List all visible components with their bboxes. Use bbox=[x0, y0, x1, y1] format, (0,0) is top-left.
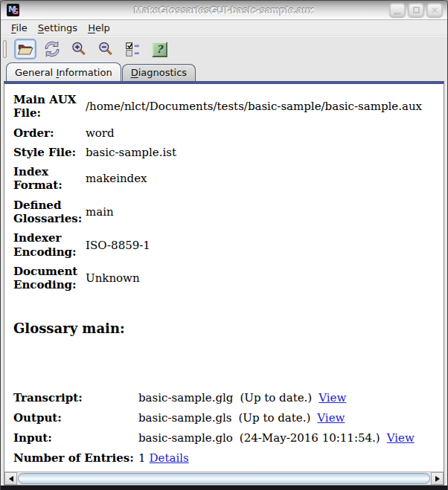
file-label: Transcript: bbox=[13, 391, 138, 404]
file-name: basic-sample.glg bbox=[138, 391, 233, 404]
file-label: Input: bbox=[13, 431, 138, 445]
field-value: ISO-8859-1 bbox=[86, 239, 438, 252]
scroll-thumb[interactable] bbox=[18, 473, 430, 484]
glossary-main-heading: Glossary main: bbox=[13, 320, 438, 336]
scroll-left-button[interactable] bbox=[4, 472, 17, 485]
zoom-out-button[interactable] bbox=[95, 39, 117, 59]
file-status: (24-May-2016 10:11:54.) bbox=[240, 431, 380, 445]
file-label: Output: bbox=[13, 411, 138, 425]
info-row-main-aux-file: Main AUX File: /home/nlct/Documents/test… bbox=[13, 93, 438, 120]
view-input-link[interactable]: View bbox=[387, 431, 415, 445]
info-row-document-encoding: Document Encoding: Unknown bbox=[13, 265, 438, 292]
menu-settings[interactable]: Settings bbox=[33, 22, 82, 34]
help-button[interactable]: ? bbox=[148, 39, 170, 59]
scroll-right-button[interactable] bbox=[431, 472, 444, 485]
field-value: basic-sample.ist bbox=[86, 146, 438, 159]
reload-button[interactable] bbox=[41, 39, 63, 59]
menu-bar: File Settings Help bbox=[1, 20, 447, 36]
file-row-transcript: Transcript: basic-sample.glg(Up to date.… bbox=[13, 391, 438, 404]
file-status: (Up to date.) bbox=[239, 411, 311, 425]
maximize-button[interactable] bbox=[408, 3, 424, 17]
field-label: Document Encoding: bbox=[13, 265, 86, 292]
window-title: MakeGlossariesGUI-basic-sample.aux bbox=[1, 4, 447, 16]
arrow-left-icon bbox=[9, 476, 13, 482]
menu-help[interactable]: Help bbox=[83, 22, 115, 34]
field-value: makeindex bbox=[86, 172, 438, 185]
info-row-defined-glossaries: Defined Glossaries: main bbox=[13, 199, 438, 226]
general-information-panel: Main AUX File: /home/nlct/Documents/test… bbox=[4, 81, 444, 486]
view-transcript-link[interactable]: View bbox=[319, 391, 346, 404]
file-value: basic-sample.gls(Up to date.)View bbox=[138, 411, 438, 425]
info-row-indexer-encoding: Indexer Encoding: ISO-8859-1 bbox=[13, 231, 438, 259]
maximize-icon bbox=[413, 7, 420, 13]
field-label: Index Format: bbox=[13, 165, 86, 193]
field-label: Style File: bbox=[13, 146, 86, 159]
entries-value: 1Details bbox=[138, 451, 438, 465]
view-output-link[interactable]: View bbox=[317, 411, 345, 425]
app-icon-letter-g: G bbox=[12, 7, 19, 16]
tab-general-information[interactable]: General Information bbox=[6, 62, 121, 81]
window-controls: ✕ bbox=[389, 3, 447, 17]
zoom-out-icon bbox=[97, 41, 114, 57]
title-bar[interactable]: M G MakeGlossariesGUI-basic-sample.aux ✕ bbox=[1, 1, 447, 20]
info-row-order: Order: word bbox=[13, 126, 438, 140]
close-icon: ✕ bbox=[431, 6, 438, 15]
menu-file[interactable]: File bbox=[7, 22, 32, 34]
settings-button[interactable] bbox=[121, 39, 144, 59]
minimize-icon bbox=[394, 13, 401, 15]
reload-icon bbox=[44, 41, 60, 57]
app-icon[interactable]: M G bbox=[7, 4, 19, 16]
app-window: M G MakeGlossariesGUI-basic-sample.aux ✕… bbox=[0, 0, 448, 490]
info-row-style-file: Style File: basic-sample.ist bbox=[13, 146, 438, 159]
field-value: main bbox=[86, 205, 438, 219]
open-file-icon bbox=[17, 42, 33, 57]
field-label: Main AUX File: bbox=[13, 93, 86, 120]
horizontal-scrollbar bbox=[4, 471, 444, 485]
settings-icon bbox=[124, 41, 141, 57]
file-row-output: Output: basic-sample.gls(Up to date.)Vie… bbox=[13, 411, 438, 425]
scroll-track[interactable] bbox=[17, 472, 431, 485]
tab-bar: General Information Diagnostics bbox=[1, 62, 447, 81]
minimize-button[interactable] bbox=[389, 3, 406, 17]
open-file-button[interactable] bbox=[14, 39, 36, 59]
field-value: Unknown bbox=[86, 271, 438, 285]
arrow-right-icon bbox=[435, 476, 440, 482]
entries-row: Number of Entries: 1Details bbox=[13, 451, 438, 465]
field-value: /home/nlct/Documents/tests/basic-sample/… bbox=[86, 100, 438, 113]
tab-diagnostics[interactable]: Diagnostics bbox=[122, 64, 196, 81]
info-row-index-format: Index Format: makeindex bbox=[13, 165, 438, 193]
field-label: Order: bbox=[13, 126, 86, 140]
window-bottom-border bbox=[1, 486, 447, 490]
field-value: word bbox=[86, 126, 438, 140]
field-label: Defined Glossaries: bbox=[13, 199, 86, 226]
toolbar-grip[interactable] bbox=[3, 40, 7, 58]
zoom-in-button[interactable] bbox=[68, 39, 90, 59]
details-link[interactable]: Details bbox=[150, 451, 189, 465]
zoom-in-icon bbox=[71, 41, 87, 57]
entries-count: 1 bbox=[138, 451, 146, 465]
file-row-input: Input: basic-sample.glo(24-May-2016 10:1… bbox=[13, 431, 438, 445]
toolbar: ? bbox=[1, 36, 447, 62]
file-name: basic-sample.glo bbox=[138, 431, 233, 445]
help-icon: ? bbox=[152, 42, 167, 57]
file-value: basic-sample.glo(24-May-2016 10:11:54.)V… bbox=[138, 431, 438, 445]
content-viewport: Main AUX File: /home/nlct/Documents/test… bbox=[4, 84, 444, 471]
file-name: basic-sample.gls bbox=[138, 411, 232, 425]
entries-label: Number of Entries: bbox=[13, 451, 138, 465]
field-label: Indexer Encoding: bbox=[13, 231, 86, 259]
file-status: (Up to date.) bbox=[240, 391, 312, 404]
close-button[interactable]: ✕ bbox=[426, 3, 443, 17]
file-value: basic-sample.glg(Up to date.)View bbox=[138, 391, 438, 404]
